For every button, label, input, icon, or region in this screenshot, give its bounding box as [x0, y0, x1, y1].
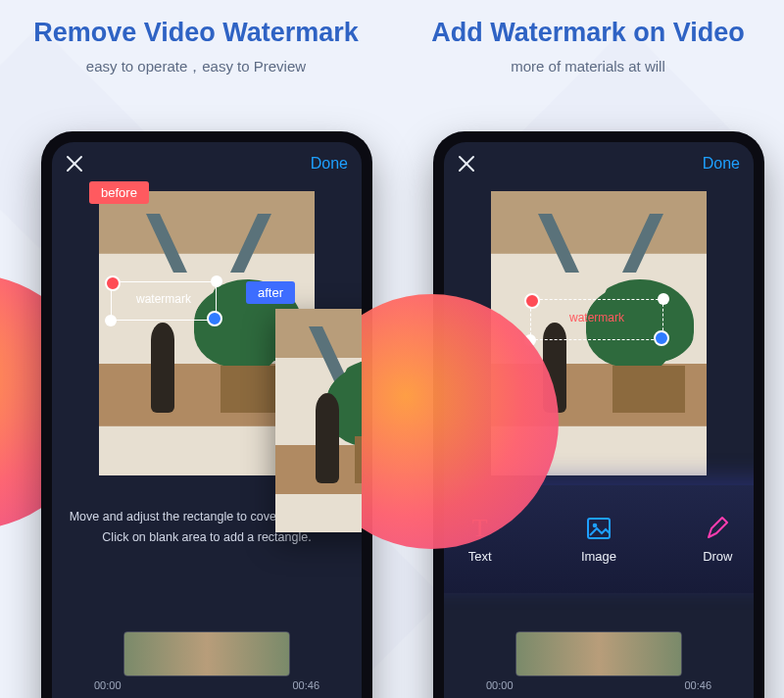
handle-resize-icon[interactable]	[207, 311, 222, 326]
watermark-selection[interactable]: watermark	[530, 299, 663, 340]
handle-tr[interactable]	[211, 275, 222, 287]
done-button[interactable]: Done	[311, 155, 348, 173]
time-end: 00:46	[684, 679, 711, 691]
handle-delete-icon[interactable]	[105, 275, 121, 291]
handle-bl[interactable]	[105, 315, 117, 326]
watermark-selection[interactable]: watermark	[111, 281, 217, 321]
tool-text-label: Text	[468, 549, 492, 564]
screen: Done before watermark after	[52, 142, 362, 698]
timeline: 00:00 00:46	[52, 632, 362, 698]
left-subtitle: easy to operate，easy to Preview	[0, 58, 392, 76]
video-canvas[interactable]: before watermark after	[99, 191, 315, 475]
topbar: Done	[52, 142, 362, 185]
timeline-thumbs[interactable]	[516, 632, 681, 675]
handle-resize-icon[interactable]	[654, 330, 669, 346]
image-icon	[585, 515, 612, 542]
after-preview	[275, 309, 362, 532]
tool-draw-label: Drow	[703, 549, 732, 564]
wall-art	[160, 214, 258, 273]
text-icon: T	[466, 515, 494, 542]
bottle	[151, 323, 174, 413]
before-tag: before	[89, 181, 149, 204]
pencil-icon	[704, 515, 731, 542]
selection-label: watermark	[531, 300, 662, 335]
promo-stage: Remove Video Watermark easy to operate，e…	[0, 0, 784, 698]
timeline: 00:00 00:46	[444, 632, 754, 698]
video-canvas[interactable]: watermark	[491, 191, 707, 475]
phone-add-watermark: Done watermark T	[433, 131, 764, 698]
close-icon[interactable]	[458, 155, 475, 173]
tool-text[interactable]: T Text	[444, 485, 539, 593]
svg-point-5	[593, 524, 598, 528]
handle-bl[interactable]	[524, 334, 536, 346]
timeline-thumbs[interactable]	[124, 632, 289, 675]
tool-tray: T Text Image Drow	[444, 485, 754, 593]
topbar: Done	[444, 142, 754, 185]
wall-art	[552, 214, 650, 273]
right-subtitle: more of materials at will	[392, 58, 784, 75]
left-title: Remove Video Watermark	[0, 18, 392, 48]
time-start: 00:00	[94, 679, 122, 691]
selection-label: watermark	[112, 282, 216, 316]
done-button[interactable]: Done	[703, 155, 740, 173]
tool-draw[interactable]: Drow	[659, 485, 754, 593]
close-icon[interactable]	[66, 155, 83, 173]
time-start: 00:00	[486, 679, 514, 691]
handle-tr[interactable]	[658, 293, 669, 305]
screen: Done watermark T	[444, 142, 754, 698]
phone-remove-watermark: Done before watermark after	[41, 131, 372, 698]
tool-image-label: Image	[581, 549, 616, 564]
pot	[612, 366, 685, 413]
headings-row: Remove Video Watermark easy to operate，e…	[0, 18, 784, 76]
handle-delete-icon[interactable]	[524, 293, 540, 309]
tool-image[interactable]: Image	[539, 485, 658, 593]
after-tag: after	[246, 281, 295, 304]
right-title: Add Watermark on Video	[392, 18, 784, 48]
time-end: 00:46	[292, 679, 319, 691]
